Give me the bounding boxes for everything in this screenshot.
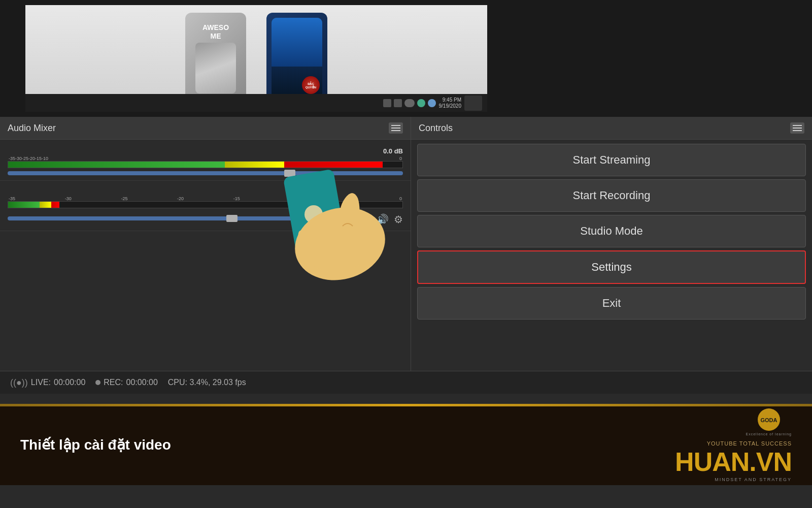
fader-row-2: 🔊 ⚙ (8, 211, 403, 226)
vu-red-2 (51, 202, 59, 208)
vu-meter-2 (8, 201, 403, 208)
svg-text:GODA: GODA (760, 417, 777, 423)
taskbar-icon-2 (394, 99, 402, 107)
exit-button[interactable]: Exit (417, 287, 806, 320)
cpu-status: CPU: 3.4%, 29.03 fps (168, 378, 246, 387)
controls-expand-btn[interactable] (790, 122, 804, 134)
audio-mixer-panel: Audio Mixer 0.0 dB -35-30-25-20-15-100 (0, 117, 411, 371)
goda-logo-svg: GODA (756, 407, 782, 432)
taskbar-icon-1 (383, 99, 391, 107)
logo-goda: GODA Excellence of learning (746, 407, 792, 436)
db-label: 0.0 dB (8, 147, 403, 155)
controls-header: Controls (411, 117, 812, 140)
rec-label: REC: (104, 378, 123, 387)
logo-huan-text: HUAN (675, 447, 749, 477)
vu-green-2 (8, 202, 40, 208)
audio-mixer-header: Audio Mixer (0, 117, 411, 140)
taskbar-calendar (464, 96, 482, 111)
fader-handle-1[interactable] (284, 170, 295, 177)
strip-controls: 🔊 ⚙ (376, 213, 403, 226)
vu-meter-1 (8, 161, 403, 168)
main-wrapper: AWESOME ĐẶCQUYỀN (0, 0, 812, 404)
phone-2-inner: ĐẶCQUYỀN (272, 18, 322, 99)
rec-time: 00:00:00 (126, 378, 158, 387)
bottom-bar: Thiết lập cài đặt video GODA Excellence … (0, 404, 812, 485)
live-label: LIVE: (31, 378, 51, 387)
gear-icon[interactable]: ⚙ (394, 213, 403, 226)
start-streaming-button[interactable]: Start Streaming (417, 144, 806, 176)
logo-youtube-text: YOUTUBE TOTAL SUCCESS (707, 440, 792, 447)
obs-interface: Audio Mixer 0.0 dB -35-30-25-20-15-100 (0, 117, 812, 371)
controls-buttons-container: Start Streaming Start Recording Studio M… (411, 140, 812, 324)
logo-area: GODA Excellence of learning YOUTUBE TOTA… (675, 407, 792, 482)
phone-label: AWESOME (202, 23, 229, 41)
vu-scale-1: -35-30-25-20-15-100 (8, 156, 403, 161)
volume-icon[interactable]: 🔊 (376, 213, 389, 226)
taskbar-icon-4 (417, 99, 425, 107)
channel-strip-1: 0.0 dB -35-30-25-20-15-100 (0, 140, 411, 181)
status-bar: ((●)) LIVE: 00:00:00 REC: 00:00:00 CPU: … (0, 371, 812, 394)
live-status: ((●)) LIVE: 00:00:00 (10, 377, 85, 388)
expand-icon (391, 125, 400, 131)
logo-dot-vn: .VN (749, 447, 792, 477)
logo-tagline: MINDSET AND STRATEGY (715, 477, 792, 482)
fader-track-2[interactable] (8, 216, 372, 220)
settings-button[interactable]: Settings (417, 250, 806, 284)
vu-green-1 (8, 162, 225, 168)
start-recording-button[interactable]: Start Recording (417, 179, 806, 212)
vu-bar-1 (8, 162, 402, 168)
taskbar-icons (383, 99, 436, 107)
controls-title: Controls (419, 123, 453, 134)
rec-status: REC: 00:00:00 (95, 378, 158, 387)
taskbar-time: 9:45 PM 9/19/2020 (439, 97, 462, 109)
cpu-label: CPU: 3.4%, 29.03 fps (168, 378, 246, 387)
vu-yellow-2 (40, 202, 51, 208)
rec-dot (95, 380, 100, 385)
studio-mode-button[interactable]: Studio Mode (417, 215, 806, 247)
live-time: 00:00:00 (54, 378, 85, 387)
vu-red-1 (284, 162, 383, 168)
controls-expand-icon (793, 125, 802, 131)
badge: ĐẶCQUYỀN (302, 76, 320, 94)
fader-track-1[interactable] (8, 171, 403, 175)
phone-mockup-1: AWESOME (185, 13, 246, 104)
taskbar-icon-5 (428, 99, 436, 107)
phone-mockup-2: ĐẶCQUYỀN (266, 13, 327, 104)
vu-bar-2 (8, 202, 402, 208)
vu-yellow-1 (225, 162, 284, 168)
audio-mixer-expand-btn[interactable] (389, 122, 403, 134)
gold-line (0, 404, 812, 406)
fader-row-1 (8, 171, 403, 175)
taskbar-icon-3 (404, 99, 415, 107)
vu-scale-2: -35-30-25-20-15-10-50 (8, 196, 403, 201)
preview-area: AWESOME ĐẶCQUYỀN (0, 0, 812, 117)
controls-panel: Controls Start Streaming Start Recording… (411, 117, 812, 371)
fader-handle-2[interactable] (226, 215, 238, 222)
audio-mixer-title: Audio Mixer (8, 123, 56, 134)
taskbar: 9:45 PM 9/19/2020 (25, 94, 487, 112)
channel-strip-2: -35-30-25-20-15-10-50 🔊 ⚙ (0, 181, 411, 231)
live-icon: ((●)) (10, 377, 28, 388)
logo-huan: HUAN.VN (675, 449, 792, 475)
bottom-title: Thiết lập cài đặt video (20, 436, 675, 453)
logo-goda-sub: Excellence of learning (746, 432, 792, 436)
